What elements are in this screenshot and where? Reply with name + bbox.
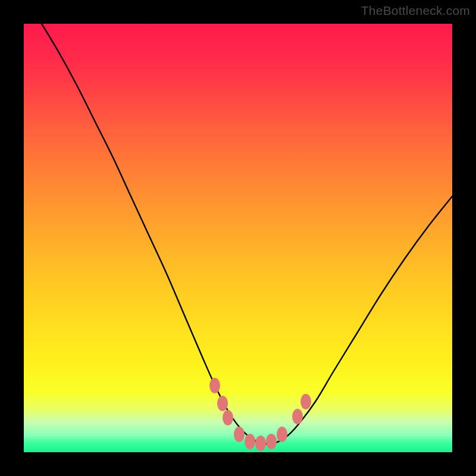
bottleneck-curve [42,24,452,444]
curve-layer [24,24,452,452]
highlight-dot [245,434,255,449]
highlight-dot [300,394,311,409]
watermark-text: TheBottleneck.com [361,4,470,18]
highlight-dot [209,378,220,393]
plot-area [24,24,452,452]
highlight-dots-group [209,378,311,451]
chart-frame: TheBottleneck.com [0,0,476,476]
highlight-dot [292,409,303,424]
highlight-dot [255,436,266,451]
highlight-dot [234,427,245,442]
highlight-dot [217,396,228,411]
highlight-dot [223,410,233,425]
highlight-dot [277,427,287,442]
highlight-dot [266,434,277,449]
